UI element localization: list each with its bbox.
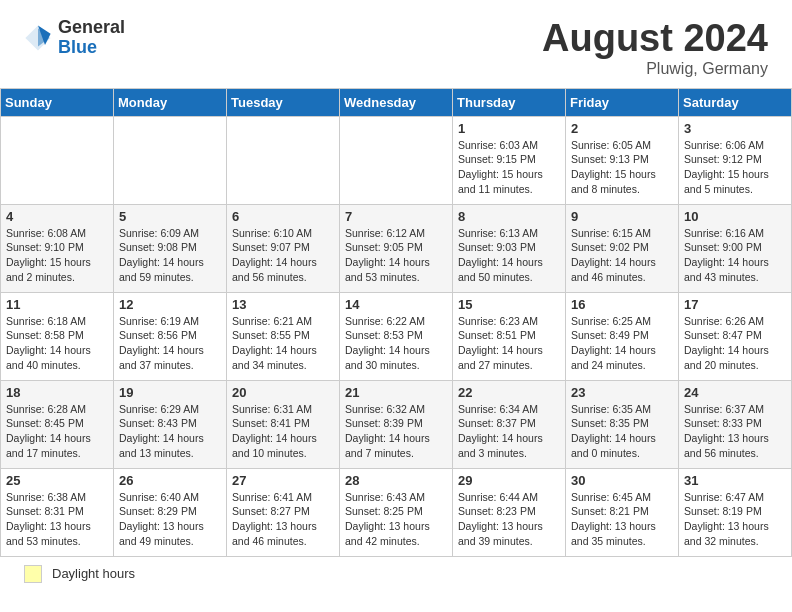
day-number: 12 (119, 297, 221, 312)
calendar-header-monday: Monday (114, 88, 227, 116)
day-info: Sunrise: 6:16 AM Sunset: 9:00 PM Dayligh… (684, 226, 786, 285)
day-number: 17 (684, 297, 786, 312)
day-number: 22 (458, 385, 560, 400)
day-number: 10 (684, 209, 786, 224)
logo-text: General Blue (58, 18, 125, 58)
calendar-day-cell (340, 116, 453, 204)
calendar-week-row: 1Sunrise: 6:03 AM Sunset: 9:15 PM Daylig… (1, 116, 792, 204)
calendar-day-cell: 30Sunrise: 6:45 AM Sunset: 8:21 PM Dayli… (566, 468, 679, 556)
day-number: 24 (684, 385, 786, 400)
day-info: Sunrise: 6:09 AM Sunset: 9:08 PM Dayligh… (119, 226, 221, 285)
day-info: Sunrise: 6:15 AM Sunset: 9:02 PM Dayligh… (571, 226, 673, 285)
calendar-day-cell: 3Sunrise: 6:06 AM Sunset: 9:12 PM Daylig… (679, 116, 792, 204)
calendar-day-cell: 15Sunrise: 6:23 AM Sunset: 8:51 PM Dayli… (453, 292, 566, 380)
day-number: 14 (345, 297, 447, 312)
calendar-header-wednesday: Wednesday (340, 88, 453, 116)
day-info: Sunrise: 6:10 AM Sunset: 9:07 PM Dayligh… (232, 226, 334, 285)
day-number: 11 (6, 297, 108, 312)
day-number: 20 (232, 385, 334, 400)
calendar-day-cell: 6Sunrise: 6:10 AM Sunset: 9:07 PM Daylig… (227, 204, 340, 292)
day-number: 19 (119, 385, 221, 400)
day-number: 13 (232, 297, 334, 312)
calendar-day-cell: 29Sunrise: 6:44 AM Sunset: 8:23 PM Dayli… (453, 468, 566, 556)
day-info: Sunrise: 6:06 AM Sunset: 9:12 PM Dayligh… (684, 138, 786, 197)
calendar-header-tuesday: Tuesday (227, 88, 340, 116)
logo-icon (24, 24, 52, 52)
logo-blue-text: Blue (58, 38, 125, 58)
calendar-day-cell: 7Sunrise: 6:12 AM Sunset: 9:05 PM Daylig… (340, 204, 453, 292)
calendar-day-cell: 31Sunrise: 6:47 AM Sunset: 8:19 PM Dayli… (679, 468, 792, 556)
day-info: Sunrise: 6:35 AM Sunset: 8:35 PM Dayligh… (571, 402, 673, 461)
calendar-day-cell: 21Sunrise: 6:32 AM Sunset: 8:39 PM Dayli… (340, 380, 453, 468)
calendar-day-cell: 25Sunrise: 6:38 AM Sunset: 8:31 PM Dayli… (1, 468, 114, 556)
day-info: Sunrise: 6:34 AM Sunset: 8:37 PM Dayligh… (458, 402, 560, 461)
day-info: Sunrise: 6:44 AM Sunset: 8:23 PM Dayligh… (458, 490, 560, 549)
calendar-table: SundayMondayTuesdayWednesdayThursdayFrid… (0, 88, 792, 557)
day-number: 3 (684, 121, 786, 136)
calendar-day-cell: 27Sunrise: 6:41 AM Sunset: 8:27 PM Dayli… (227, 468, 340, 556)
day-info: Sunrise: 6:03 AM Sunset: 9:15 PM Dayligh… (458, 138, 560, 197)
day-number: 30 (571, 473, 673, 488)
day-info: Sunrise: 6:18 AM Sunset: 8:58 PM Dayligh… (6, 314, 108, 373)
day-number: 27 (232, 473, 334, 488)
day-info: Sunrise: 6:23 AM Sunset: 8:51 PM Dayligh… (458, 314, 560, 373)
calendar-header-thursday: Thursday (453, 88, 566, 116)
calendar-day-cell (227, 116, 340, 204)
calendar-day-cell: 19Sunrise: 6:29 AM Sunset: 8:43 PM Dayli… (114, 380, 227, 468)
day-info: Sunrise: 6:43 AM Sunset: 8:25 PM Dayligh… (345, 490, 447, 549)
calendar-day-cell: 8Sunrise: 6:13 AM Sunset: 9:03 PM Daylig… (453, 204, 566, 292)
day-number: 23 (571, 385, 673, 400)
calendar-week-row: 25Sunrise: 6:38 AM Sunset: 8:31 PM Dayli… (1, 468, 792, 556)
calendar-day-cell: 5Sunrise: 6:09 AM Sunset: 9:08 PM Daylig… (114, 204, 227, 292)
day-number: 4 (6, 209, 108, 224)
calendar-day-cell: 23Sunrise: 6:35 AM Sunset: 8:35 PM Dayli… (566, 380, 679, 468)
calendar-day-cell: 9Sunrise: 6:15 AM Sunset: 9:02 PM Daylig… (566, 204, 679, 292)
day-number: 25 (6, 473, 108, 488)
day-info: Sunrise: 6:31 AM Sunset: 8:41 PM Dayligh… (232, 402, 334, 461)
calendar-day-cell: 20Sunrise: 6:31 AM Sunset: 8:41 PM Dayli… (227, 380, 340, 468)
day-info: Sunrise: 6:13 AM Sunset: 9:03 PM Dayligh… (458, 226, 560, 285)
calendar-day-cell: 13Sunrise: 6:21 AM Sunset: 8:55 PM Dayli… (227, 292, 340, 380)
day-info: Sunrise: 6:21 AM Sunset: 8:55 PM Dayligh… (232, 314, 334, 373)
calendar-header-saturday: Saturday (679, 88, 792, 116)
calendar-day-cell: 10Sunrise: 6:16 AM Sunset: 9:00 PM Dayli… (679, 204, 792, 292)
month-title: August 2024 (542, 18, 768, 60)
day-number: 21 (345, 385, 447, 400)
calendar-day-cell (114, 116, 227, 204)
day-info: Sunrise: 6:38 AM Sunset: 8:31 PM Dayligh… (6, 490, 108, 549)
daylight-label: Daylight hours (52, 566, 135, 581)
calendar-day-cell: 17Sunrise: 6:26 AM Sunset: 8:47 PM Dayli… (679, 292, 792, 380)
day-number: 29 (458, 473, 560, 488)
page-header: General Blue August 2024 Pluwig, Germany (0, 0, 792, 88)
day-info: Sunrise: 6:12 AM Sunset: 9:05 PM Dayligh… (345, 226, 447, 285)
day-number: 2 (571, 121, 673, 136)
day-number: 31 (684, 473, 786, 488)
calendar-day-cell: 11Sunrise: 6:18 AM Sunset: 8:58 PM Dayli… (1, 292, 114, 380)
calendar-week-row: 18Sunrise: 6:28 AM Sunset: 8:45 PM Dayli… (1, 380, 792, 468)
calendar-footer: Daylight hours (0, 557, 792, 589)
calendar-header-row: SundayMondayTuesdayWednesdayThursdayFrid… (1, 88, 792, 116)
calendar-week-row: 4Sunrise: 6:08 AM Sunset: 9:10 PM Daylig… (1, 204, 792, 292)
day-number: 1 (458, 121, 560, 136)
day-number: 8 (458, 209, 560, 224)
calendar-header-sunday: Sunday (1, 88, 114, 116)
day-info: Sunrise: 6:47 AM Sunset: 8:19 PM Dayligh… (684, 490, 786, 549)
calendar-header-friday: Friday (566, 88, 679, 116)
day-info: Sunrise: 6:40 AM Sunset: 8:29 PM Dayligh… (119, 490, 221, 549)
day-info: Sunrise: 6:41 AM Sunset: 8:27 PM Dayligh… (232, 490, 334, 549)
calendar-day-cell: 16Sunrise: 6:25 AM Sunset: 8:49 PM Dayli… (566, 292, 679, 380)
calendar-day-cell: 14Sunrise: 6:22 AM Sunset: 8:53 PM Dayli… (340, 292, 453, 380)
day-info: Sunrise: 6:29 AM Sunset: 8:43 PM Dayligh… (119, 402, 221, 461)
logo: General Blue (24, 18, 125, 58)
day-number: 28 (345, 473, 447, 488)
calendar-day-cell: 18Sunrise: 6:28 AM Sunset: 8:45 PM Dayli… (1, 380, 114, 468)
calendar-day-cell: 26Sunrise: 6:40 AM Sunset: 8:29 PM Dayli… (114, 468, 227, 556)
location-label: Pluwig, Germany (542, 60, 768, 78)
day-info: Sunrise: 6:08 AM Sunset: 9:10 PM Dayligh… (6, 226, 108, 285)
day-number: 18 (6, 385, 108, 400)
day-info: Sunrise: 6:25 AM Sunset: 8:49 PM Dayligh… (571, 314, 673, 373)
calendar-day-cell: 22Sunrise: 6:34 AM Sunset: 8:37 PM Dayli… (453, 380, 566, 468)
day-number: 15 (458, 297, 560, 312)
calendar-day-cell: 1Sunrise: 6:03 AM Sunset: 9:15 PM Daylig… (453, 116, 566, 204)
day-info: Sunrise: 6:26 AM Sunset: 8:47 PM Dayligh… (684, 314, 786, 373)
